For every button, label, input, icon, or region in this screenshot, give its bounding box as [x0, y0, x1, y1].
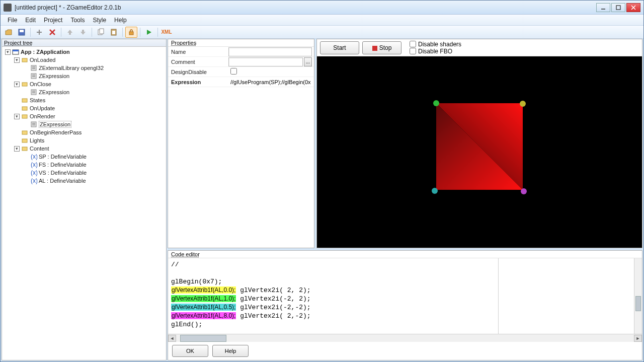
svg-rect-35 — [22, 139, 27, 142]
tree-expander[interactable]: ▾ — [14, 146, 20, 152]
code-editor[interactable]: // glBegin(0x7); glVertexAttrib1f(AL,0.0… — [168, 258, 498, 334]
disable-shaders-checkbox[interactable]: Disable shaders — [410, 41, 461, 48]
properties-panel: Properties Name Comment ... DesignDisabl… — [168, 39, 314, 248]
svg-text:(x)=: (x)= — [31, 177, 37, 184]
prop-name-input[interactable] — [228, 47, 312, 56]
xml-icon[interactable]: XML — [160, 27, 173, 38]
stop-button[interactable]: Stop — [362, 41, 401, 54]
tree-node[interactable]: (x)=FS : DefineVariable — [2, 161, 166, 169]
tree-expander[interactable]: ▾ — [14, 82, 20, 87]
svg-rect-16 — [13, 50, 19, 51]
tree-node[interactable]: Lights — [2, 136, 166, 144]
tree-node[interactable]: ZExternalLibrary opengl32 — [2, 64, 166, 72]
tree-grp-icon — [21, 113, 28, 120]
tree-var-icon: (x)= — [30, 161, 37, 168]
svg-rect-36 — [22, 147, 27, 151]
prop-comment-more-button[interactable]: ... — [304, 57, 312, 66]
tree-node[interactable]: (x)=SP : DefineVariable — [2, 153, 166, 161]
tree-node[interactable]: (x)=AL : DefineVariable — [2, 177, 166, 185]
svg-text:(x)=: (x)= — [31, 169, 37, 176]
disable-fbo-checkbox[interactable]: Disable FBO — [410, 48, 461, 55]
menu-tools[interactable]: Tools — [66, 16, 89, 25]
tree-expander[interactable]: ▾ — [14, 114, 20, 119]
svg-rect-13 — [112, 31, 115, 34]
menu-edit[interactable]: Edit — [21, 16, 40, 25]
add-icon[interactable] — [33, 27, 45, 38]
move-up-icon[interactable] — [64, 27, 76, 38]
svg-rect-21 — [31, 74, 36, 79]
tree-expander[interactable]: ▾ — [5, 49, 11, 55]
tree-node[interactable]: (x)=VS : DefineVariable — [2, 169, 166, 177]
svg-text:(x)=: (x)= — [31, 153, 37, 160]
tree-node[interactable]: ▾OnClose — [2, 80, 166, 88]
tree-node[interactable]: ZExpression — [2, 72, 166, 80]
tree-node[interactable]: ▾OnRender — [2, 112, 166, 120]
stop-icon — [372, 45, 377, 50]
minimize-button[interactable] — [596, 3, 610, 12]
tree-cmp-icon — [30, 89, 37, 96]
tree-cmp-icon — [30, 73, 37, 80]
svg-rect-25 — [31, 90, 36, 95]
vertex-dot — [521, 188, 527, 194]
code-title: Code editor — [168, 251, 642, 258]
svg-rect-14 — [129, 32, 133, 35]
svg-text:(x)=: (x)= — [31, 161, 37, 168]
vertex-dot — [432, 188, 438, 194]
tree-grp-icon — [21, 56, 28, 63]
tree-expander[interactable]: ▾ — [14, 57, 20, 63]
tree-node[interactable]: OnUpdate — [2, 104, 166, 112]
delete-icon[interactable] — [46, 27, 58, 38]
lock-icon[interactable] — [125, 27, 137, 38]
preview-panel: Start Stop Disable shaders Disable FBO — [316, 39, 642, 248]
tree-grp-icon — [21, 97, 28, 104]
prop-name-label: Name — [168, 49, 228, 55]
move-down-icon[interactable] — [77, 27, 89, 38]
vertical-scrollbar[interactable] — [634, 258, 642, 334]
maximize-button[interactable] — [611, 3, 625, 12]
tree-node[interactable]: ▾OnLoaded — [2, 56, 166, 64]
svg-rect-41 — [372, 46, 377, 51]
properties-title: Properties — [168, 39, 314, 47]
help-button[interactable]: Help — [212, 345, 249, 357]
svg-rect-17 — [22, 58, 27, 62]
menu-help[interactable]: Help — [110, 16, 131, 25]
svg-rect-30 — [22, 115, 27, 118]
tree-var-icon: (x)= — [30, 169, 37, 176]
preview-canvas — [317, 56, 642, 248]
tree-grp-icon — [21, 81, 28, 88]
tree-grp-icon — [21, 137, 28, 144]
play-icon[interactable] — [143, 27, 155, 38]
tree-node[interactable]: States — [2, 96, 166, 104]
titlebar: [untitled project] * - ZGameEditor 2.0.1… — [1, 1, 643, 15]
ok-button[interactable]: OK — [172, 345, 208, 357]
menu-project[interactable]: Project — [40, 16, 66, 25]
save-icon[interactable] — [16, 27, 28, 38]
close-button[interactable] — [626, 3, 640, 12]
window-title: [untitled project] * - ZGameEditor 2.0.1… — [15, 4, 596, 11]
open-icon[interactable] — [3, 27, 15, 38]
prop-comment-input[interactable] — [228, 57, 303, 66]
tree-node[interactable]: ZExpression — [2, 120, 166, 128]
prop-expression-value: //glUseProgram(SP);//glBegin(0x — [228, 79, 311, 85]
paste-icon[interactable] — [108, 27, 120, 38]
tree-node[interactable]: ZExpression — [2, 88, 166, 96]
vertex-dot — [433, 100, 439, 106]
svg-rect-11 — [100, 29, 104, 34]
menu-file[interactable]: File — [4, 16, 21, 25]
tree-grp-icon — [21, 129, 28, 136]
project-tree[interactable]: ▾App : ZApplication▾OnLoadedZExternalLib… — [2, 47, 166, 360]
menu-style[interactable]: Style — [89, 16, 110, 25]
horizontal-scrollbar[interactable]: ◄ ► — [168, 334, 642, 342]
tree-node[interactable]: ▾App : ZApplication — [2, 48, 166, 56]
menubar: File Edit Project Tools Style Help — [1, 15, 643, 26]
tree-cmp-icon — [30, 121, 37, 128]
vertex-dot — [520, 101, 526, 107]
prop-designdisable-label: DesignDisable — [168, 69, 228, 75]
svg-rect-5 — [20, 30, 24, 32]
tree-node[interactable]: ▾Content — [2, 144, 166, 153]
prop-designdisable-checkbox[interactable] — [230, 68, 237, 75]
code-editor-panel: Code editor // glBegin(0x7); glVertexAtt… — [168, 250, 642, 360]
start-button[interactable]: Start — [320, 41, 359, 54]
copy-icon[interactable] — [95, 27, 107, 38]
tree-node[interactable]: OnBeginRenderPass — [2, 128, 166, 136]
